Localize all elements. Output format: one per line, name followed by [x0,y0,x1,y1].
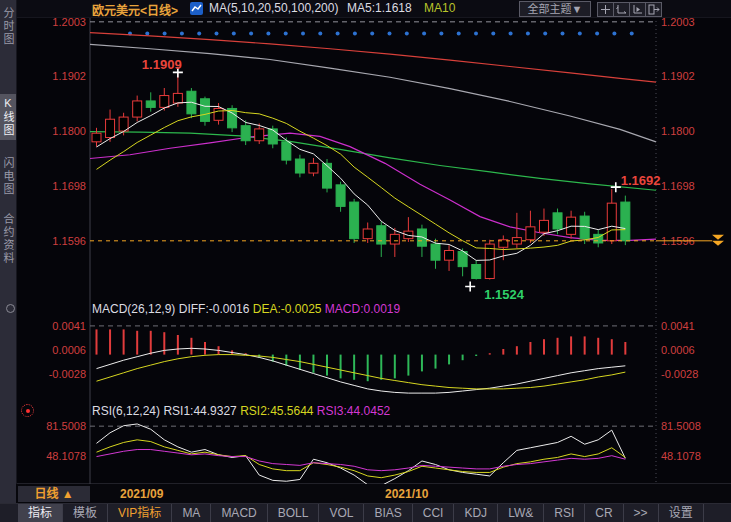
toolbar-item[interactable]: MA [172,504,211,522]
alert-icon[interactable] [21,404,34,417]
macd-macd-value: MACD:0.0019 [325,302,400,316]
bottom-toolbar: 指标模板VIP指标MAMACDBOLLVOLBIASCCIKDJLW&RSICR… [0,503,731,522]
sidebar-tab[interactable]: 闪电图 [0,154,16,199]
trading-app: 欧元美元<日线> MA(5,10,20,50,100,200) MA5:1.16… [0,0,731,522]
toolbar-item[interactable]: >> [624,504,659,522]
rsi2-value: RSI2:45.5644 [240,404,313,418]
month-label: 2021/09 [120,487,163,501]
chart-header: 欧元美元<日线> MA(5,10,20,50,100,200) MA5:1.16… [0,0,731,18]
rsi-title: RSI(6,12,24) [92,404,160,418]
date-axis: 日线 ▲ 2021/09 2021/10 [16,484,731,503]
price-annotation: 1.1524 [484,287,524,302]
toolbar-item[interactable]: VIP指标 [108,504,172,522]
toolbar-item[interactable]: CR [585,504,623,522]
ma10-label: MA10 [424,1,455,15]
period-selector-button[interactable]: 日线 ▲ [18,486,90,502]
ma5-value: MA5:1.1618 [347,1,412,15]
toolbar-item[interactable]: VOL [319,504,364,522]
price-annotation: 1.1692 [621,173,661,188]
rsi3-value: RSI3:44.0452 [317,404,390,418]
rsi-pane-header: RSI(6,12,24) RSI1:44.9327 RSI2:45.5644 R… [92,404,390,418]
chart-canvas [0,0,731,522]
sidebar-tab[interactable]: 分时图 [0,4,16,49]
macd-collapse-icon[interactable] [6,304,15,313]
zoom-axis-icon[interactable] [613,2,630,17]
macd-title: MACD(26,12,9) [92,302,175,316]
rsi1-value: RSI1:44.9327 [163,404,236,418]
toolbar-item[interactable]: LW& [498,504,544,522]
sidebar-tab[interactable]: K线图 [0,94,16,140]
toolbar-item[interactable]: 设置 [659,504,704,522]
toolbar-item[interactable]: RSI [544,504,585,522]
toolbar-item[interactable]: BIAS [364,504,412,522]
toolbar-item[interactable]: 指标 [18,504,63,522]
kline-style-icon[interactable] [190,2,203,15]
macd-diff-value: DIFF:-0.0016 [179,302,250,316]
sidebar-tab[interactable]: 合约资料 [0,210,16,268]
price-annotation: 1.1909 [142,57,182,72]
ma-params-label: MA(5,10,20,50,100,200) [209,1,338,15]
left-tab-bar: 分时图K线图闪电图合约资料 [0,0,17,503]
toolbar-item[interactable]: MACD [211,504,267,522]
macd-dea-value: DEA:-0.0025 [253,302,322,316]
toolbar-item[interactable]: 模板 [63,504,108,522]
theme-dropdown-button[interactable]: 全部主题▼ [519,1,591,17]
toolbar-item[interactable]: BOLL [268,504,320,522]
toolbar-item[interactable]: CCI [413,504,455,522]
exit-fullscreen-icon[interactable] [645,2,662,17]
symbol-title: 欧元美元<日线> [92,1,178,18]
macd-pane-header: MACD(26,12,9) DIFF:-0.0016 DEA:-0.0025 M… [92,302,400,316]
play-axis-icon[interactable] [629,2,646,17]
month-label: 2021/10 [385,487,428,501]
crosshair-tool-icon[interactable] [597,2,614,17]
toolbar-item[interactable]: KDJ [454,504,498,522]
